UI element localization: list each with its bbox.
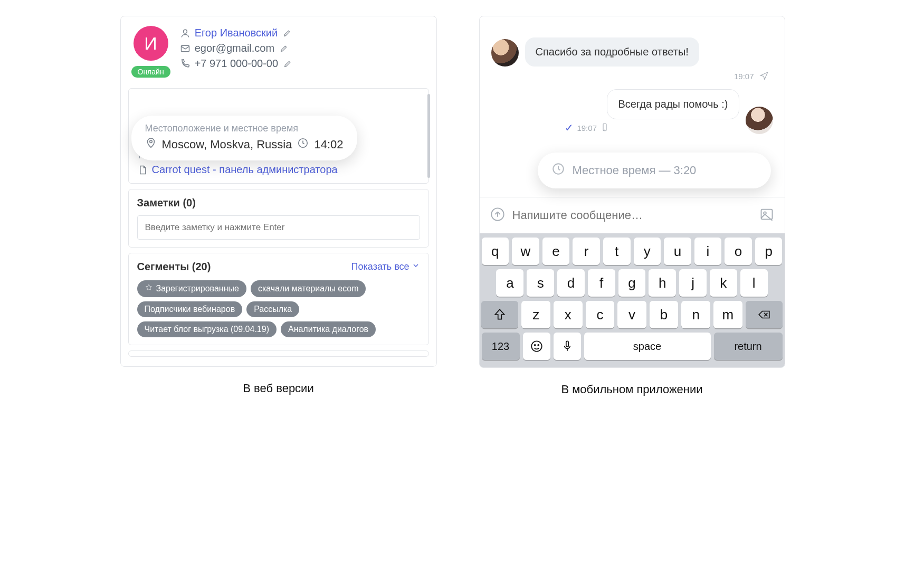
key[interactable]: e [542,238,570,265]
pin-icon [145,137,157,152]
message-bubble: Спасибо за подробные ответы! [525,37,699,67]
current-page-link[interactable]: Carrot quest - панель администратора [152,164,338,176]
key[interactable]: k [710,269,737,297]
svg-rect-7 [761,210,772,220]
show-all-link[interactable]: Показать все [351,261,420,272]
device-icon [600,122,609,134]
key[interactable]: y [634,238,661,265]
segment-chip[interactable]: Аналитика диалогов [281,321,376,337]
star-icon [145,283,153,294]
key[interactable]: m [713,301,742,328]
message-time: 19:07 [734,72,754,81]
key[interactable]: o [725,238,752,265]
emoji-key[interactable] [523,333,550,360]
return-key[interactable]: return [714,333,783,360]
edit-icon[interactable] [279,43,289,54]
key[interactable]: i [694,238,722,265]
segment-chip[interactable]: Подписчики вебинаров [137,301,243,317]
scrollbar[interactable] [427,94,430,178]
message-meta: ✓ 19:07 [565,121,641,134]
image-icon[interactable] [759,207,774,224]
user-phone: +7 971 000-00-00 [195,58,278,70]
user-email: egor@gmail.com [195,42,274,54]
segment-chip[interactable]: Зарегистрированные [137,280,246,297]
section-placeholder [128,350,429,357]
message-time: 19:07 [577,124,597,132]
message-meta: 19:07 [491,71,771,82]
clock-icon [297,137,309,152]
key[interactable]: f [588,269,615,297]
user-header: И Онлайн Егор Ивановский egor@gmail.com [121,16,436,83]
svg-point-11 [538,345,539,346]
status-badge: Онлайн [131,66,170,78]
note-input[interactable] [137,215,420,240]
key[interactable]: a [496,269,523,297]
key[interactable]: x [554,301,583,328]
svg-rect-12 [566,341,568,347]
segment-chip[interactable]: Читает блог выгрузка (09.04.19) [137,321,277,337]
avatar: И [134,26,168,61]
shift-key[interactable] [481,301,518,328]
file-icon [137,165,148,175]
message-incoming: Спасибо за подробные ответы! [491,37,773,67]
svg-point-9 [531,341,542,352]
user-name[interactable]: Егор Ивановский [195,27,278,39]
message-outgoing: Всегда рады помочь :) ✓ 19:07 [491,89,773,134]
key[interactable]: n [681,301,710,328]
caption-mobile: В мобильном приложении [561,383,702,396]
local-time-bubble: Местное время — 3:20 [538,153,771,188]
backspace-key[interactable] [746,301,783,328]
key[interactable]: u [664,238,691,265]
location-value: Moscow, Moskva, Russia [162,138,292,151]
key[interactable]: r [573,238,600,265]
edit-icon[interactable] [282,59,293,69]
user-icon [180,28,190,39]
avatar [746,107,773,134]
key[interactable]: h [649,269,676,297]
sent-icon [759,71,769,82]
key[interactable]: j [679,269,707,297]
key[interactable]: p [755,238,783,265]
key[interactable]: l [740,269,768,297]
chevron-down-icon [412,261,420,272]
chat-area: Спасибо за подробные ответы! 19:07 Всегд… [480,16,785,175]
local-time-label: Местное время — 3:20 [573,164,697,177]
notes-title: Заметки (0) [137,197,420,209]
message-bubble: Всегда рады помочь :) [607,89,739,119]
mic-key[interactable] [554,333,581,360]
key[interactable]: b [650,301,679,328]
key[interactable]: w [512,238,539,265]
edit-icon[interactable] [282,28,292,39]
location-time-bubble: Местоположение и местное время Moscow, M… [131,116,357,160]
key[interactable]: t [603,238,631,265]
mail-icon [180,43,190,54]
key[interactable]: c [586,301,615,328]
key[interactable]: s [527,269,554,297]
segment-chip[interactable]: Рассылка [246,301,299,317]
avatar [491,39,519,67]
mobile-chat-card: Спасибо за подробные ответы! 19:07 Всегд… [479,16,785,368]
svg-point-10 [534,345,535,346]
clock-icon [551,162,565,179]
svg-point-0 [183,30,187,33]
local-time-value: 14:02 [314,138,343,151]
caption-web: В веб версии [243,382,313,395]
key[interactable]: z [521,301,550,328]
message-input[interactable] [512,208,752,222]
keyboard: q w e r t y u i o p a s d f g h [480,233,785,367]
key[interactable]: v [617,301,646,328]
check-icon: ✓ [565,121,574,134]
segment-chip[interactable]: скачали материалы ecom [251,280,366,297]
svg-point-2 [149,140,152,143]
send-up-icon[interactable] [490,207,505,224]
phone-icon [180,59,190,69]
compose-bar [480,197,785,233]
key[interactable]: d [557,269,585,297]
key[interactable]: g [618,269,646,297]
segments-title: Сегменты (20) [137,261,211,273]
location-title: Местоположение и местное время [145,123,344,134]
numeric-key[interactable]: 123 [482,333,520,360]
key[interactable]: q [482,238,509,265]
space-key[interactable]: space [584,333,711,360]
section-notes: Заметки (0) [128,189,429,248]
